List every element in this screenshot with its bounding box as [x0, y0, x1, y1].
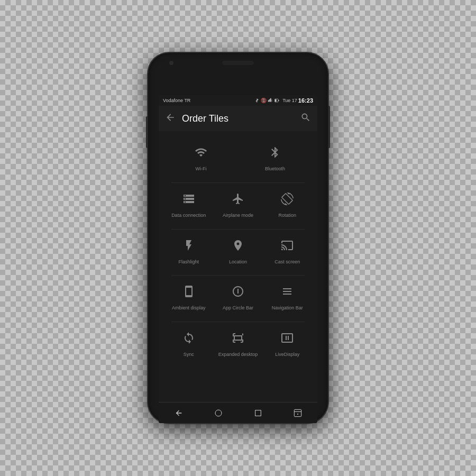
- cast-label: Cast screen: [274, 259, 300, 265]
- airplane-icon: [227, 188, 249, 209]
- bluetooth-label: Bluetooth: [265, 166, 285, 172]
- tile-bluetooth[interactable]: Bluetooth: [254, 142, 296, 172]
- cast-icon: [277, 235, 298, 256]
- location-icon: [227, 235, 249, 256]
- divider-3: [171, 322, 305, 322]
- ambient-label: Ambient display: [172, 305, 206, 311]
- status-bar: Vodafone TR 📵: [159, 95, 317, 106]
- phone-icon: 📵: [261, 98, 267, 103]
- battery-icon: [274, 98, 280, 103]
- tile-navbar[interactable]: Navigation Bar: [266, 281, 308, 311]
- livedisplay-label: LiveDisplay: [275, 352, 299, 358]
- nav-bar: [159, 402, 317, 423]
- tile-rotation[interactable]: Rotation: [266, 188, 308, 218]
- flashlight-icon: [178, 235, 199, 256]
- wifi-icon: [190, 142, 212, 163]
- divider-1: [171, 229, 305, 230]
- svg-marker-3: [271, 99, 272, 102]
- svg-point-11: [297, 414, 298, 415]
- airplane-label: Airplane mode: [223, 213, 253, 218]
- livedisplay-icon: [277, 327, 298, 349]
- phone-top: [148, 53, 328, 74]
- home-nav-button[interactable]: [210, 405, 226, 421]
- navbar-icon: [277, 281, 298, 302]
- date-text: Tue 17: [282, 98, 297, 103]
- divider-0: [171, 182, 305, 183]
- svg-rect-6: [275, 99, 277, 102]
- tile-flashlight[interactable]: Flashlight: [168, 235, 210, 265]
- tile-location[interactable]: Location: [217, 235, 259, 265]
- phone-device: Vodafone TR 📵: [148, 53, 328, 423]
- data-label: Data connection: [171, 213, 206, 218]
- tiles-row-0: Wi-Fi Bluetooth: [164, 142, 312, 172]
- svg-marker-0: [268, 100, 269, 102]
- svg-rect-5: [278, 100, 279, 102]
- tile-ambient[interactable]: Ambient display: [168, 281, 210, 311]
- svg-marker-1: [269, 99, 270, 102]
- bluetooth-icon: [264, 142, 286, 163]
- tiles-row-2: Flashlight Location: [164, 235, 312, 265]
- carrier-text: Vodafone TR: [163, 98, 190, 103]
- svg-point-7: [215, 410, 222, 416]
- tiles-row-1: Data connection Airplane mode: [164, 188, 312, 218]
- menu-nav-button[interactable]: [290, 405, 306, 421]
- navbar-label: Navigation Bar: [272, 305, 303, 311]
- signal-icon: [268, 98, 273, 103]
- rotation-label: Rotation: [279, 213, 297, 218]
- wifi-label: Wi-Fi: [196, 166, 207, 172]
- tiles-content: Wi-Fi Bluetooth: [159, 131, 317, 402]
- back-nav-button[interactable]: [171, 405, 187, 421]
- sync-label: Sync: [184, 352, 194, 358]
- status-icons: 📵 Tue 17 16:23: [254, 97, 313, 104]
- tile-cast[interactable]: Cast screen: [266, 235, 308, 265]
- phone-screen: Vodafone TR 📵: [159, 95, 317, 423]
- tiles-row-4: Sync Expanded desktop: [164, 327, 312, 358]
- speaker: [222, 61, 254, 65]
- circlebar-icon: [227, 281, 249, 302]
- page-title: Order Tiles: [182, 113, 294, 124]
- sync-icon: [178, 327, 199, 349]
- app-bar: Order Tiles: [159, 106, 317, 131]
- flashlight-label: Flashlight: [178, 259, 199, 265]
- back-button[interactable]: [165, 112, 176, 125]
- tile-desktop[interactable]: Expanded desktop: [217, 327, 259, 358]
- tiles-row-3: Ambient display App Circle Bar: [164, 281, 312, 311]
- tiles-grid: Wi-Fi Bluetooth: [159, 136, 317, 373]
- tile-livedisplay[interactable]: LiveDisplay: [266, 327, 308, 358]
- time-text: 16:23: [298, 97, 313, 104]
- tile-wifi[interactable]: Wi-Fi: [180, 142, 222, 172]
- svg-marker-2: [270, 98, 271, 102]
- svg-rect-8: [255, 410, 261, 416]
- ambient-icon: [178, 281, 199, 302]
- circlebar-label: App Circle Bar: [223, 305, 253, 311]
- desktop-icon: [227, 327, 249, 349]
- tile-airplane[interactable]: Airplane mode: [217, 188, 259, 218]
- tile-circlebar[interactable]: App Circle Bar: [217, 281, 259, 311]
- svg-rect-9: [294, 409, 301, 416]
- data-icon: [178, 188, 199, 209]
- bt-status-icon: [254, 98, 260, 103]
- search-button[interactable]: [300, 112, 311, 125]
- tile-sync[interactable]: Sync: [168, 327, 210, 358]
- rotation-icon: [277, 188, 298, 209]
- location-label: Location: [229, 259, 247, 265]
- tile-data[interactable]: Data connection: [168, 188, 210, 218]
- recent-nav-button[interactable]: [250, 405, 266, 421]
- camera: [169, 61, 173, 65]
- divider-2: [171, 275, 305, 276]
- desktop-label: Expanded desktop: [218, 352, 258, 358]
